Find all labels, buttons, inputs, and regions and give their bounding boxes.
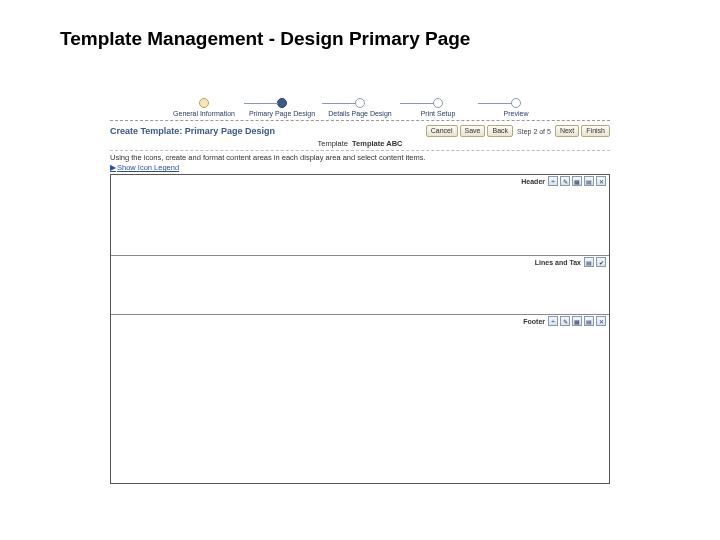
app-panel: General Information Primary Page Design … (110, 95, 610, 484)
layout-icon[interactable]: ▦ (572, 316, 582, 326)
wizard-step-print[interactable]: Print Setup (399, 98, 477, 117)
footer-region-toolbar: Footer ＋ ✎ ▦ ▤ ✕ (111, 315, 609, 327)
layout-icon[interactable]: ▦ (572, 176, 582, 186)
wizard-step-label: Primary Page Design (249, 110, 315, 117)
lines-region-label: Lines and Tax (535, 259, 581, 266)
wizard-step-label: Preview (504, 110, 529, 117)
wizard-step-label: Details Page Design (328, 110, 391, 117)
lines-region: Lines and Tax ▤ ✔ (111, 256, 609, 315)
save-button[interactable]: Save (460, 125, 486, 137)
grid-icon[interactable]: ▤ (584, 316, 594, 326)
page-heading: Create Template: Primary Page Design (110, 126, 275, 136)
step-dot-icon (355, 98, 365, 108)
lines-region-toolbar: Lines and Tax ▤ ✔ (111, 256, 609, 268)
delete-icon[interactable]: ✕ (596, 316, 606, 326)
instruction-text: Using the icons, create and format conte… (110, 153, 610, 162)
heading-row: Create Template: Primary Page Design Can… (110, 123, 610, 138)
header-region-body[interactable] (111, 187, 609, 255)
edit-icon[interactable]: ✎ (560, 176, 570, 186)
wizard-step-label: Print Setup (421, 110, 456, 117)
step-dot-icon (199, 98, 209, 108)
design-canvas: Header ＋ ✎ ▦ ▤ ✕ Lines and Tax ▤ ✔ Foote… (110, 174, 610, 484)
wizard-step-primary[interactable]: Primary Page Design (243, 98, 321, 117)
wizard-step-label: General Information (173, 110, 235, 117)
header-region: Header ＋ ✎ ▦ ▤ ✕ (111, 175, 609, 256)
template-label: Template (317, 139, 347, 148)
footer-region-label: Footer (523, 318, 545, 325)
step-dot-icon (277, 98, 287, 108)
footer-region: Footer ＋ ✎ ▦ ▤ ✕ (111, 315, 609, 483)
finish-button[interactable]: Finish (581, 125, 610, 137)
action-buttons: Cancel Save Back Step 2 of 5 Next Finish (426, 125, 610, 137)
edit-icon[interactable]: ✎ (560, 316, 570, 326)
template-name-line: Template Template ABC (110, 138, 610, 151)
step-dot-icon (433, 98, 443, 108)
template-value: Template ABC (352, 139, 402, 148)
expand-icon: ▶ (110, 163, 116, 172)
step-dot-icon (511, 98, 521, 108)
header-region-toolbar: Header ＋ ✎ ▦ ▤ ✕ (111, 175, 609, 187)
add-content-icon[interactable]: ＋ (548, 176, 558, 186)
show-icon-legend-link[interactable]: ▶ Show Icon Legend (110, 163, 179, 172)
confirm-icon[interactable]: ✔ (596, 257, 606, 267)
wizard-step-preview[interactable]: Preview (477, 98, 555, 117)
wizard-step-details[interactable]: Details Page Design (321, 98, 399, 117)
wizard-train: General Information Primary Page Design … (110, 95, 610, 121)
back-button[interactable]: Back (487, 125, 513, 137)
header-region-label: Header (521, 178, 545, 185)
legend-link-text: Show Icon Legend (117, 163, 179, 172)
add-content-icon[interactable]: ＋ (548, 316, 558, 326)
wizard-step-general[interactable]: General Information (165, 98, 243, 117)
delete-icon[interactable]: ✕ (596, 176, 606, 186)
next-button[interactable]: Next (555, 125, 579, 137)
step-indicator: Step 2 of 5 (517, 128, 551, 135)
grid-icon[interactable]: ▤ (584, 176, 594, 186)
select-icon[interactable]: ▤ (584, 257, 594, 267)
lines-region-body[interactable] (111, 268, 609, 314)
slide-title: Template Management - Design Primary Pag… (0, 0, 720, 50)
cancel-button[interactable]: Cancel (426, 125, 458, 137)
